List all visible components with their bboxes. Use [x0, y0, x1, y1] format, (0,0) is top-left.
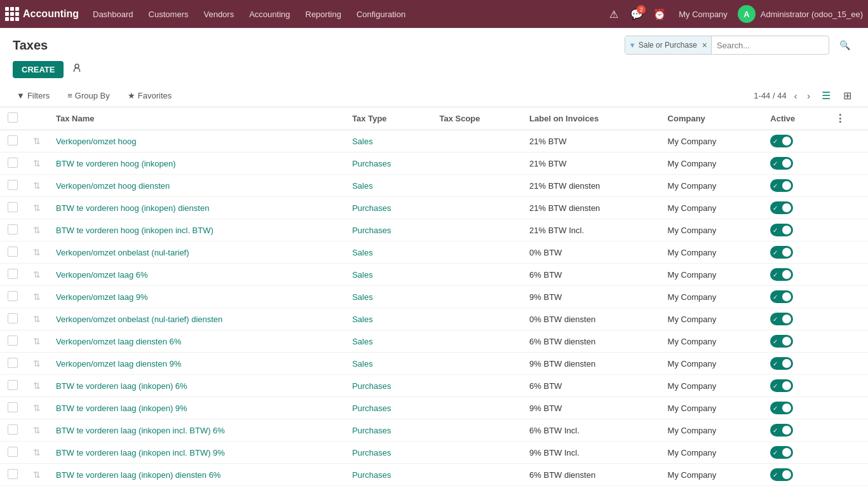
th-select-all[interactable] [0, 107, 25, 130]
active-toggle[interactable]: ✓ [770, 402, 793, 414]
row-tax-name[interactable]: Verkopen/omzet hoog [48, 130, 344, 152]
active-toggle[interactable]: ✓ [770, 157, 793, 170]
row-tax-name[interactable]: Verkopen/omzet hoog diensten [48, 175, 344, 197]
th-tax-name[interactable]: Tax Name [48, 107, 344, 130]
active-toggle[interactable]: ✓ [770, 246, 793, 259]
tax-name-link[interactable]: BTW te vorderen laag (inkopen) 9% [56, 403, 187, 413]
drag-handle[interactable]: ⇅ [33, 447, 41, 458]
row-checkbox-cell[interactable] [0, 397, 25, 419]
row-tax-name[interactable]: BTW te vorderen laag (inkopen) diensten … [48, 464, 344, 486]
drag-handle[interactable]: ⇅ [33, 403, 41, 413]
row-active[interactable]: ✓ [763, 152, 827, 175]
row-active[interactable]: ✓ [763, 241, 827, 264]
row-drag-cell[interactable]: ⇅ [25, 353, 48, 375]
row-drag-cell[interactable]: ⇅ [25, 152, 48, 175]
th-active[interactable]: Active [763, 107, 827, 130]
row-tax-name[interactable]: Verkopen/omzet laag 6% [48, 264, 344, 286]
row-active[interactable]: ✓ [763, 330, 827, 353]
active-toggle[interactable]: ✓ [770, 424, 793, 437]
avatar[interactable]: A [738, 5, 756, 23]
row-active[interactable]: ✓ [763, 442, 827, 464]
search-button[interactable]: 🔍 [834, 40, 855, 50]
nav-reporting[interactable]: Reporting [299, 7, 348, 22]
row-checkbox-cell[interactable] [0, 442, 25, 464]
row-tax-name[interactable]: BTW te vorderen laag (inkopen) 9% [48, 397, 344, 419]
more-options-icon[interactable]: ⋮ [835, 113, 845, 124]
active-toggle[interactable]: ✓ [770, 135, 793, 147]
row-active[interactable]: ✓ [763, 130, 827, 152]
filter-tag-close[interactable]: × [702, 40, 707, 50]
row-tax-name[interactable]: BTW te vorderen hoog (inkopen) diensten [48, 197, 344, 219]
nav-dashboard[interactable]: Dashboard [86, 7, 140, 22]
tax-name-link[interactable]: Verkopen/omzet laag diensten 6% [56, 337, 181, 346]
row-active[interactable]: ✓ [763, 219, 827, 241]
row-checkbox[interactable] [8, 424, 18, 435]
th-tax-scope[interactable]: Tax Scope [431, 107, 522, 130]
row-tax-name[interactable]: Verkopen/omzet laag diensten 9% [48, 353, 344, 375]
active-toggle[interactable]: ✓ [770, 268, 793, 281]
row-checkbox-cell[interactable] [0, 464, 25, 486]
row-active[interactable]: ✓ [763, 197, 827, 219]
tax-name-link[interactable]: Verkopen/omzet laag 9% [56, 292, 148, 302]
row-checkbox[interactable] [8, 158, 18, 168]
row-drag-cell[interactable]: ⇅ [25, 419, 48, 442]
active-toggle[interactable]: ✓ [770, 224, 793, 236]
row-checkbox[interactable] [8, 358, 18, 368]
tax-name-link[interactable]: Verkopen/omzet hoog diensten [56, 181, 170, 191]
row-drag-cell[interactable]: ⇅ [25, 175, 48, 197]
drag-handle[interactable]: ⇅ [33, 247, 41, 257]
app-logo[interactable]: Accounting [5, 7, 79, 21]
group-by-button[interactable]: ≡ Group By [64, 88, 114, 103]
drag-handle[interactable]: ⇅ [33, 381, 41, 391]
row-checkbox-cell[interactable] [0, 197, 25, 219]
row-active[interactable]: ✓ [763, 286, 827, 308]
row-checkbox[interactable] [8, 180, 18, 190]
tax-name-link[interactable]: Verkopen/omzet onbelast (nul-tarief) [56, 248, 189, 257]
active-toggle[interactable]: ✓ [770, 468, 793, 481]
row-tax-name[interactable]: BTW te vorderen laag (inkopen) 6% [48, 375, 344, 397]
row-tax-name[interactable]: BTW te vorderen hoog (inkopen) [48, 152, 344, 175]
active-toggle[interactable]: ✓ [770, 201, 793, 214]
row-active[interactable]: ✓ [763, 397, 827, 419]
drag-handle[interactable]: ⇅ [33, 292, 41, 302]
active-toggle[interactable]: ✓ [770, 290, 793, 303]
row-checkbox-cell[interactable] [0, 353, 25, 375]
row-checkbox-cell[interactable] [0, 219, 25, 241]
drag-handle[interactable]: ⇅ [33, 470, 41, 480]
row-tax-name[interactable]: BTW te vorderen laag (inkopen incl. BTW)… [48, 419, 344, 442]
company-name[interactable]: My Company [674, 10, 733, 19]
drag-handle[interactable]: ⇅ [33, 336, 41, 346]
select-all-checkbox[interactable] [8, 112, 18, 123]
chat-icon[interactable]: 💬 2 [628, 5, 646, 23]
row-active[interactable]: ✓ [763, 375, 827, 397]
row-active[interactable]: ✓ [763, 308, 827, 330]
row-drag-cell[interactable]: ⇅ [25, 464, 48, 486]
create-button[interactable]: CREATE [13, 61, 64, 78]
row-tax-name[interactable]: Verkopen/omzet onbelast (nul-tarief) die… [48, 308, 344, 330]
tax-name-link[interactable]: Verkopen/omzet laag diensten 9% [56, 359, 181, 369]
nav-configuration[interactable]: Configuration [350, 7, 412, 22]
row-checkbox[interactable] [8, 135, 18, 146]
row-tax-name[interactable]: Verkopen/omzet laag 9% [48, 286, 344, 308]
row-checkbox-cell[interactable] [0, 241, 25, 264]
row-tax-name[interactable]: BTW te vorderen hoog (inkopen incl. BTW) [48, 219, 344, 241]
grid-view-button[interactable]: ⊞ [839, 88, 855, 103]
nav-customers[interactable]: Customers [142, 7, 195, 22]
tax-name-link[interactable]: BTW te vorderen laag (inkopen) diensten … [56, 470, 220, 480]
tax-name-link[interactable]: BTW te vorderen laag (inkopen) 6% [56, 381, 187, 391]
row-drag-cell[interactable]: ⇅ [25, 219, 48, 241]
row-checkbox[interactable] [8, 247, 18, 257]
row-tax-name[interactable]: Verkopen/omzet onbelast (nul-tarief) [48, 241, 344, 264]
row-checkbox-cell[interactable] [0, 130, 25, 152]
row-drag-cell[interactable]: ⇅ [25, 486, 48, 489]
row-active[interactable]: ✓ [763, 175, 827, 197]
drag-handle[interactable]: ⇅ [33, 425, 41, 435]
row-drag-cell[interactable]: ⇅ [25, 264, 48, 286]
th-tax-type[interactable]: Tax Type [344, 107, 431, 130]
filter-tag[interactable]: ▼ Sale or Purchase × [625, 36, 712, 54]
search-input[interactable] [712, 41, 829, 50]
row-tax-name[interactable]: BTW te vorderen laag (inkopen) diensten … [48, 486, 344, 489]
active-toggle[interactable]: ✓ [770, 179, 793, 192]
row-checkbox[interactable] [8, 269, 18, 279]
bell-icon[interactable]: ⚠ [605, 5, 623, 23]
